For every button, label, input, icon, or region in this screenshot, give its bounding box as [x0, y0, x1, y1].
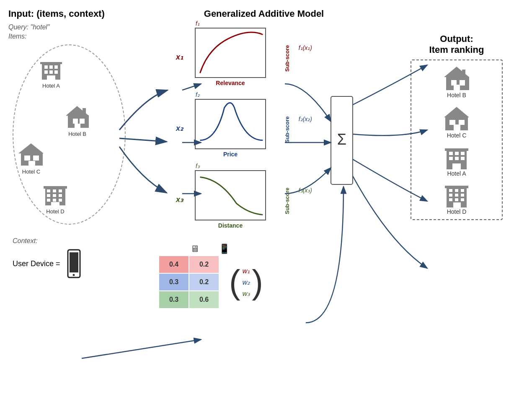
chart-2-svg [196, 100, 265, 148]
svg-rect-59 [461, 189, 464, 192]
f3x3-label: f₃(x₃) [299, 187, 312, 194]
svg-rect-5 [44, 70, 48, 74]
svg-rect-51 [449, 157, 453, 160]
f2x2-label: f₂(x₂) [299, 116, 312, 122]
subscore-1: Sub-score [284, 30, 290, 72]
svg-rect-28 [47, 199, 50, 202]
features-area: x₁ f₁ Relevance Sub-score f₁(x₁) x [176, 28, 377, 229]
right-section: Output: Item ranking Hotel B [411, 34, 503, 220]
svg-rect-54 [452, 163, 461, 169]
chart-3-svg [196, 171, 265, 220]
f1x1-label: f₁(x₁) [299, 44, 312, 51]
output-hotel-c: Hotel C [416, 105, 498, 139]
svg-rect-48 [449, 152, 453, 155]
svg-rect-30 [59, 199, 62, 202]
hotel-b-icon [64, 104, 91, 129]
left-section: Input: (items, context) Query: "hotel" I… [8, 8, 142, 278]
svg-rect-33 [70, 252, 78, 272]
svg-rect-44 [459, 120, 465, 125]
svg-rect-7 [54, 70, 58, 74]
output-hotel-c-icon [442, 105, 471, 132]
svg-rect-27 [59, 194, 62, 197]
output-hotel-a-icon [444, 145, 469, 170]
output-hotel-a-label: Hotel A [447, 170, 466, 177]
svg-marker-41 [444, 107, 469, 117]
hotel-b-label: Hotel B [68, 131, 86, 137]
output-title: Output: Item ranking [411, 34, 503, 55]
price-label: Price [195, 151, 266, 158]
weight-matrix-area: 🖥 📱 0.4 0.2 0.3 0.2 0.3 0.6 ( w₁ w₂ [155, 244, 377, 308]
main-container: Input: (items, context) Query: "hotel" I… [0, 0, 532, 394]
svg-rect-43 [449, 120, 455, 125]
gam-title: Generalized Additive Model [151, 8, 377, 19]
context-section: Context: User Device = [13, 237, 142, 278]
svg-rect-49 [455, 152, 459, 155]
output-hotel-b-label: Hotel B [447, 92, 466, 98]
svg-marker-15 [18, 143, 44, 153]
svg-rect-22 [47, 189, 50, 192]
svg-rect-50 [461, 152, 465, 155]
matrix-header: 🖥 📱 [180, 244, 239, 254]
svg-rect-11 [73, 119, 78, 124]
hotel-b-item: Hotel B [64, 104, 91, 137]
mobile-icon: 📱 [209, 244, 239, 254]
svg-rect-3 [49, 65, 53, 69]
chart-1-svg [196, 29, 265, 77]
svg-rect-18 [33, 156, 39, 161]
feature-row-3: x₃ f₃ Distance Sub-score f₃(x₃) [176, 170, 377, 229]
feature-row-2: x₂ f₂ Price Sub-score f₂(x₂) [176, 99, 377, 158]
output-hotel-b: Hotel B [416, 65, 498, 98]
svg-rect-12 [80, 119, 85, 124]
svg-rect-60 [449, 194, 452, 197]
svg-rect-8 [47, 75, 55, 80]
output-hotel-d: Hotel D [416, 183, 498, 215]
svg-rect-66 [453, 202, 461, 207]
bracket-close: ) [252, 265, 263, 299]
chart-3 [195, 170, 266, 220]
hotel-d-item: Hotel D [43, 184, 68, 215]
output-hotel-a: Hotel A [416, 145, 498, 177]
svg-rect-53 [461, 157, 465, 160]
context-label: Context: [13, 237, 142, 245]
items-oval: Hotel A Hotel B [13, 44, 126, 225]
hotel-c-icon [18, 142, 45, 167]
svg-rect-56 [445, 186, 468, 188]
svg-rect-65 [461, 198, 464, 201]
svg-rect-4 [54, 65, 58, 69]
x2-label: x₂ [176, 124, 191, 133]
f2-label: f₂ [196, 91, 200, 98]
svg-rect-45 [454, 124, 460, 130]
svg-rect-2 [44, 65, 48, 69]
middle-section: Generalized Additive Model x₁ f₁ Relevan… [151, 8, 377, 308]
svg-rect-52 [455, 157, 459, 160]
svg-rect-29 [53, 199, 56, 202]
x1-label: x₁ [176, 52, 191, 62]
subscore-2: Sub-score [284, 101, 290, 143]
hotel-a-icon [39, 58, 64, 81]
hotel-d-label: Hotel D [46, 208, 64, 215]
svg-rect-40 [462, 70, 465, 76]
x3-label: x₃ [176, 195, 191, 204]
feature-row-1: x₁ f₁ Relevance Sub-score f₁(x₁) [176, 28, 377, 86]
output-hotel-c-label: Hotel C [447, 132, 467, 139]
svg-rect-14 [83, 108, 86, 114]
output-box: Hotel B Hotel C [411, 60, 503, 220]
w2-label: w₂ [243, 278, 250, 286]
output-hotel-d-label: Hotel D [447, 208, 467, 215]
svg-rect-47 [445, 148, 468, 151]
chart-2 [195, 99, 266, 149]
w3-label: w₃ [243, 290, 250, 298]
hotel-c-item: Hotel C [18, 142, 45, 175]
w2-desktop: 0.3 [159, 274, 189, 290]
user-device-text: User Device = [13, 259, 60, 268]
w1-desktop: 0.4 [159, 256, 189, 273]
weight-vector-container: ( w₁ w₂ w₃ ) [229, 265, 263, 299]
input-title: Input: (items, context) [8, 8, 142, 19]
svg-rect-23 [53, 189, 56, 192]
svg-rect-63 [449, 198, 452, 201]
user-device-row: User Device = [13, 249, 142, 278]
items-label: Items: [8, 33, 142, 40]
hotel-a-item: Hotel A [39, 58, 64, 89]
w1-label: w₁ [243, 267, 250, 275]
svg-rect-21 [44, 186, 67, 189]
